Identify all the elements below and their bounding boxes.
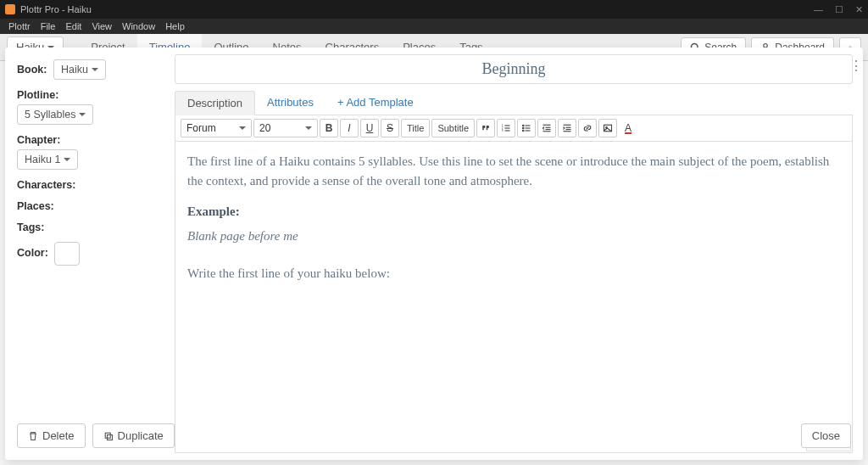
color-swatch[interactable] — [54, 242, 80, 266]
card-editor-modal: Book: Haiku Plotline: 5 Syllables Chapte… — [5, 48, 863, 460]
svg-text:3: 3 — [502, 129, 504, 132]
title-style-button[interactable]: Title — [401, 119, 430, 137]
delete-button[interactable]: Delete — [17, 423, 86, 448]
places-field-label: Places: — [17, 200, 54, 212]
editor-content[interactable]: The first line of a Haiku contains 5 syl… — [175, 142, 852, 452]
titlebar: Plottr Pro - Haiku — ☐ ✕ — [0, 0, 868, 19]
chapter-select[interactable]: Haiku 1 — [17, 149, 78, 170]
caret-down-icon — [79, 113, 86, 116]
text-color-button[interactable]: A — [619, 119, 637, 137]
list-ol-icon: 123 — [501, 123, 511, 133]
unordered-list-button[interactable] — [517, 119, 536, 137]
indent-icon — [562, 123, 572, 133]
image-icon — [603, 123, 613, 133]
window-title: Plottr Pro - Haiku — [20, 4, 92, 14]
font-select[interactable]: Forum — [181, 119, 252, 137]
svg-rect-25 — [105, 433, 110, 438]
editor-box: Forum 20 B I U S Title Subtitle 123 — [175, 115, 853, 453]
modal-footer-left: Delete Duplicate — [17, 423, 175, 448]
close-button[interactable]: Close — [801, 423, 851, 448]
caret-down-icon — [92, 68, 98, 71]
ordered-list-button[interactable]: 123 — [497, 119, 515, 137]
image-button[interactable] — [598, 119, 617, 137]
menu-file[interactable]: File — [36, 21, 61, 31]
quote-button[interactable] — [476, 119, 495, 137]
more-menu-icon[interactable]: ⋮ — [849, 58, 863, 74]
svg-point-10 — [523, 127, 525, 129]
content-prompt: Write the first line of your haiku below… — [187, 264, 840, 283]
menu-help[interactable]: Help — [160, 21, 190, 31]
outdent-icon — [542, 123, 552, 133]
caret-down-icon — [64, 158, 70, 161]
svg-point-2 — [764, 43, 768, 48]
add-template-button[interactable]: + Add Template — [326, 91, 426, 115]
card-subtabs: Description Attributes + Add Template — [175, 91, 853, 115]
app-logo-icon — [5, 4, 15, 14]
duplicate-button[interactable]: Duplicate — [92, 423, 175, 448]
subtab-description[interactable]: Description — [175, 91, 255, 115]
svg-point-11 — [523, 130, 525, 132]
subtitle-style-button[interactable]: Subtitle — [431, 119, 475, 137]
content-example: Blank page before me — [187, 227, 840, 246]
link-button[interactable] — [578, 119, 597, 137]
color-field-label: Color: — [17, 247, 48, 259]
minimize-icon[interactable]: — — [814, 4, 823, 15]
content-paragraph: The first line of a Haiku contains 5 syl… — [187, 152, 840, 190]
quote-icon — [481, 123, 491, 133]
copy-icon — [103, 431, 114, 441]
content-heading: Example: — [187, 202, 840, 221]
card-main: Beginning ⋮ Description Attributes + Add… — [175, 48, 863, 460]
menu-plottr[interactable]: Plottr — [3, 21, 36, 31]
card-sidebar: Book: Haiku Plotline: 5 Syllables Chapte… — [5, 48, 175, 460]
close-window-icon[interactable]: ✕ — [855, 4, 863, 15]
caret-down-icon — [305, 126, 312, 130]
modal-footer-right: Close — [801, 423, 851, 448]
list-ul-icon — [521, 123, 531, 133]
card-title-input[interactable]: Beginning — [175, 54, 853, 84]
characters-field-label: Characters: — [17, 179, 75, 191]
book-field-label: Book: — [17, 64, 47, 76]
underline-button[interactable]: U — [360, 119, 379, 137]
menubar: Plottr File Edit View Window Help — [0, 19, 868, 34]
bold-button[interactable]: B — [320, 119, 338, 137]
indent-button[interactable] — [558, 119, 576, 137]
subtab-attributes[interactable]: Attributes — [255, 91, 326, 115]
plotline-field-label: Plotline: — [17, 89, 58, 101]
strike-button[interactable]: S — [381, 119, 399, 137]
menu-view[interactable]: View — [86, 21, 117, 31]
editor-toolbar: Forum 20 B I U S Title Subtitle 123 — [175, 115, 852, 142]
book-select[interactable]: Haiku — [53, 59, 106, 80]
tags-field-label: Tags: — [17, 221, 44, 233]
menu-window[interactable]: Window — [117, 21, 160, 31]
caret-down-icon — [239, 126, 246, 130]
link-icon — [582, 123, 593, 133]
svg-rect-26 — [107, 434, 112, 440]
chapter-field-label: Chapter: — [17, 134, 60, 146]
maximize-icon[interactable]: ☐ — [835, 4, 843, 15]
menu-edit[interactable]: Edit — [60, 21, 86, 31]
font-size-select[interactable]: 20 — [253, 119, 318, 137]
plotline-select[interactable]: 5 Syllables — [17, 104, 93, 125]
italic-button[interactable]: I — [340, 119, 359, 137]
trash-icon — [28, 431, 38, 441]
outdent-button[interactable] — [537, 119, 556, 137]
svg-point-9 — [523, 125, 525, 126]
